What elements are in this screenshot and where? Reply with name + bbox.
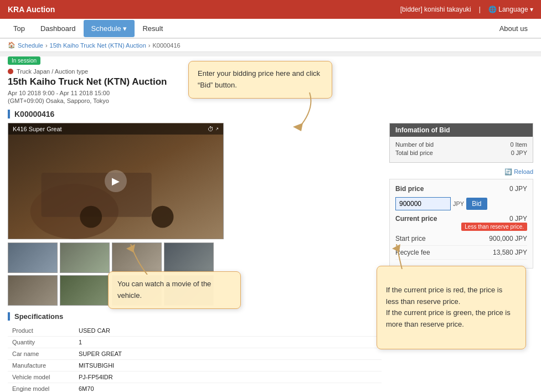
spec-value: SUPER GREAT [74,348,382,360]
bid-price-input[interactable] [395,197,451,210]
callout-video-text: You can watch a movie of the vehicle. [117,280,211,300]
start-price-label: Start price [395,235,426,243]
bid-number-row: Number of bid 0 Item [395,141,527,148]
recycle-fee-row: Recycle fee 13,580 JPY [395,249,527,260]
bid-info-header: Infomation of Bid [390,123,533,137]
spec-value: PJ-FP54IDR [74,372,382,383]
page-wrapper: KRA Auction [bidder] konishi takayuki | … [0,0,541,392]
reserve-warning: Less than reserve price. [461,223,527,231]
callout-bidding: Enter your bidding price here and click … [188,61,332,99]
breadcrumb-auction[interactable]: 15th Kaiho Truck Net (KTN) Auction [50,42,146,49]
top-bar: KRA Auction [bidder] konishi takayuki | … [0,0,541,19]
thumbnail-3[interactable] [112,243,162,273]
breadcrumb: 🏠 Schedule › 15th Kaiho Truck Net (KTN) … [0,39,541,52]
video-title-bar: K416 Super Great ⏱ ↗ [8,123,223,135]
recycle-fee-value: 13,580 JPY [493,249,527,256]
bid-total-value: 0 JPY [511,149,527,156]
bid-info-body: Number of bid 0 Item Total bid price 0 J… [390,137,533,162]
right-column: Infomation of Bid Number of bid 0 Item T… [389,123,533,392]
specs-row: Vehicle modelPJ-FP54IDR [8,372,382,383]
spec-value: 1 [74,337,382,348]
app-logo: KRA Auction [8,5,55,14]
thumbnail-6[interactable] [60,275,110,306]
video-controls: ⏱ ↗ [208,126,219,132]
lot-id: K00000416 [8,110,533,118]
spec-label: Quantity [8,337,74,348]
nav-dashboard[interactable]: Dashboard [33,20,84,37]
callout-bidding-text: Enter your bidding price here and click … [198,69,320,89]
auction-type-text: Truck Japan / Auction type [17,68,88,75]
spec-label: Engine model [8,383,74,393]
bid-price-row: Bid price 0 JPY [395,185,527,193]
spec-value: 6M70 [74,383,382,393]
spec-value: USED CAR [74,325,382,337]
left-column: K416 Super Great ⏱ ↗ ▶ [8,123,382,392]
nav-result[interactable]: Result [135,20,171,37]
spec-label: Product [8,325,74,337]
play-button[interactable]: ▶ [105,170,127,192]
bid-section: Bid price 0 JPY JPY Bid Current price 0 … [389,179,533,269]
video-player[interactable]: K416 Super Great ⏱ ↗ ▶ [8,123,224,239]
breadcrumb-schedule[interactable]: Schedule [18,42,43,49]
home-icon: 🏠 [8,42,16,49]
bid-input-row: JPY Bid [395,197,527,210]
specs-table: ProductUSED CARQuantity1Car nameSUPER GR… [8,325,382,392]
callout-reserve-text: If the current price is red, the price i… [386,286,511,328]
bid-currency: JPY [453,200,464,207]
session-badge: In session [8,56,40,65]
bid-price-value: 0 JPY [509,185,527,193]
bid-button[interactable]: Bid [466,198,487,210]
callout-video: You can watch a movie of the vehicle. [108,271,241,309]
nav-bar: Top Dashboard Schedule Result About us [0,19,541,39]
bid-total-label: Total bid price [395,149,433,156]
reload-link[interactable]: 🔄 Reload [389,168,533,176]
nav-schedule[interactable]: Schedule [84,20,135,37]
start-price-value: 900,000 JPY [489,235,527,243]
thumbnail-2[interactable] [60,243,110,273]
video-title: K416 Super Great [13,126,62,132]
current-price-value: 0 JPY [509,215,527,223]
language-menu[interactable]: 🌐 Language ▾ [488,6,533,13]
breadcrumb-lot: K0000416 [152,42,180,49]
bid-info-box: Infomation of Bid Number of bid 0 Item T… [389,123,533,163]
current-price-label: Current price [395,215,437,223]
svg-point-3 [80,206,102,228]
current-price-row: Current price 0 JPY Less than reserve pr… [395,215,527,230]
nav-top[interactable]: Top [6,20,33,37]
specs-row: Quantity1 [8,337,382,348]
specs-header: Specifications [8,312,382,321]
spec-label: Car name [8,348,74,360]
spec-label: Vehicle model [8,372,74,383]
specifications-section: Specifications ProductUSED CARQuantity1C… [8,312,382,392]
auction-timezone: (GMT+09:00) Osaka, Sapporo, Tokyo [8,97,533,104]
specs-row: Car nameSUPER GREAT [8,348,382,360]
user-menu[interactable]: [bidder] konishi takayuki [400,6,471,13]
top-bar-right: [bidder] konishi takayuki | 🌐 Language ▾ [400,6,533,13]
spec-value: MITSUBIGHI [74,360,382,372]
specs-row: ManufactureMITSUBIGHI [8,360,382,372]
start-price-row: Start price 900,000 JPY [395,235,527,246]
specs-row: ProductUSED CAR [8,325,382,337]
auction-type-dot [8,69,13,74]
thumbnail-1[interactable] [8,243,58,273]
svg-point-4 [152,206,174,228]
two-column-layout: K416 Super Great ⏱ ↗ ▶ [8,123,533,392]
bid-number-value: 0 Item [510,141,527,148]
top-bar-separator: | [479,6,481,13]
recycle-fee-label: Recycle fee [395,249,430,256]
bid-number-label: Number of bid [395,141,434,148]
callout-reserve: If the current price is red, the price i… [377,266,526,349]
bid-price-label: Bid price [395,185,424,193]
thumbnail-5[interactable] [8,275,58,306]
bid-total-row: Total bid price 0 JPY [395,149,527,156]
specs-row: Engine model6M70 [8,383,382,393]
spec-label: Manufacture [8,360,74,372]
nav-about[interactable]: About us [492,20,535,37]
thumbnail-4[interactable] [164,243,214,273]
